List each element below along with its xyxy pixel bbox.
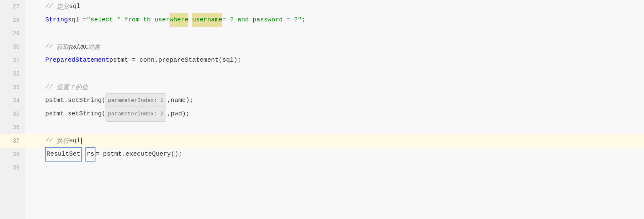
comment-30-chinese: 获取 bbox=[57, 40, 69, 54]
code-38-var-box: rs bbox=[85, 147, 95, 162]
code-line-35: pstmt.setString( parameterIndex: 2 ,pwd)… bbox=[25, 107, 644, 121]
code-line-28: String sql = "select * from tb_user wher… bbox=[25, 13, 644, 27]
line-numbers: 27 28 29 30 31 32 33 34 35 36 37 38 39 bbox=[0, 0, 25, 219]
comment-33-chinese: 设置？的值 bbox=[57, 81, 88, 94]
line-number-30: 30 bbox=[0, 40, 25, 54]
line-number-29: 29 bbox=[0, 27, 25, 40]
code-editor: 27 28 29 30 31 32 33 34 35 36 37 38 39 /… bbox=[0, 0, 644, 219]
line-number-27: 27 bbox=[0, 0, 25, 13]
comment-30-suffix: 对象 bbox=[88, 40, 100, 54]
line-number-31: 31 bbox=[0, 54, 25, 67]
code-38-rest: = pstmt.executeQuery(); bbox=[95, 148, 182, 161]
code-38-space bbox=[82, 148, 85, 161]
code-31-class: PreparedStatement bbox=[45, 54, 109, 67]
line-number-38: 38 bbox=[0, 148, 25, 161]
code-28-semi: ; bbox=[301, 13, 305, 27]
comment-27-prefix: // bbox=[45, 0, 57, 13]
line-number-37: 37 bbox=[0, 134, 25, 148]
code-28-string-space bbox=[188, 13, 192, 27]
code-28-string-where: where bbox=[170, 13, 188, 27]
code-35-code: pstmt.setString( bbox=[45, 107, 106, 121]
code-line-33: // 设置？的值 bbox=[25, 81, 644, 94]
code-28-string-start: "select * from tb_user bbox=[87, 13, 170, 27]
code-35-param: parameterIndex: 2 bbox=[106, 107, 166, 122]
line-number-32: 32 bbox=[0, 67, 25, 81]
comment-33-prefix: // bbox=[45, 81, 57, 94]
comment-30-code: pstmt bbox=[69, 40, 88, 54]
code-line-32 bbox=[25, 67, 644, 81]
code-line-29 bbox=[25, 27, 644, 40]
code-28-string-end: = ? and password = ?" bbox=[222, 13, 301, 27]
code-line-36 bbox=[25, 121, 644, 134]
code-line-27: // 定义sql bbox=[25, 0, 644, 13]
code-line-31: PreparedStatement pstmt = conn.prepareSt… bbox=[25, 54, 644, 67]
code-34-param: parameterIndex: 1 bbox=[106, 93, 166, 108]
code-28-keyword: String bbox=[45, 13, 68, 27]
code-34-rest: ,name); bbox=[167, 94, 193, 107]
code-line-38: ResultSet rs = pstmt.executeQuery(); bbox=[25, 148, 644, 161]
comment-37-code: sql bbox=[69, 134, 80, 148]
code-line-30: // 获取pstmt对象 bbox=[25, 40, 644, 54]
code-31-rest: pstmt = conn.prepareStatement(sql); bbox=[109, 54, 241, 67]
line-number-28: 28 bbox=[0, 13, 25, 27]
code-line-37: // 执行sql bbox=[25, 134, 644, 148]
code-line-34: pstmt.setString( parameterIndex: 1 ,name… bbox=[25, 94, 644, 107]
line-number-33: 33 bbox=[0, 81, 25, 94]
code-34-code: pstmt.setString( bbox=[45, 94, 106, 107]
line-number-35: 35 bbox=[0, 107, 25, 121]
line-number-34: 34 bbox=[0, 94, 25, 107]
comment-37-chinese: 执行 bbox=[57, 134, 69, 148]
line-number-39: 39 bbox=[0, 161, 25, 175]
code-content: // 定义sql String sql = "select * from tb_… bbox=[25, 0, 644, 219]
comment-27-code: sql bbox=[69, 0, 80, 13]
line-number-36: 36 bbox=[0, 121, 25, 134]
code-35-rest: ,pwd); bbox=[167, 107, 190, 121]
code-line-39 bbox=[25, 161, 644, 175]
code-28-string-username: username bbox=[192, 13, 222, 27]
comment-37-prefix: // bbox=[45, 134, 57, 148]
code-38-class-box: ResultSet bbox=[45, 147, 82, 162]
text-cursor bbox=[81, 138, 82, 144]
code-28-var: sql = bbox=[68, 13, 87, 27]
comment-30-prefix: // bbox=[45, 40, 57, 54]
comment-27-chinese: 定义 bbox=[57, 0, 69, 13]
